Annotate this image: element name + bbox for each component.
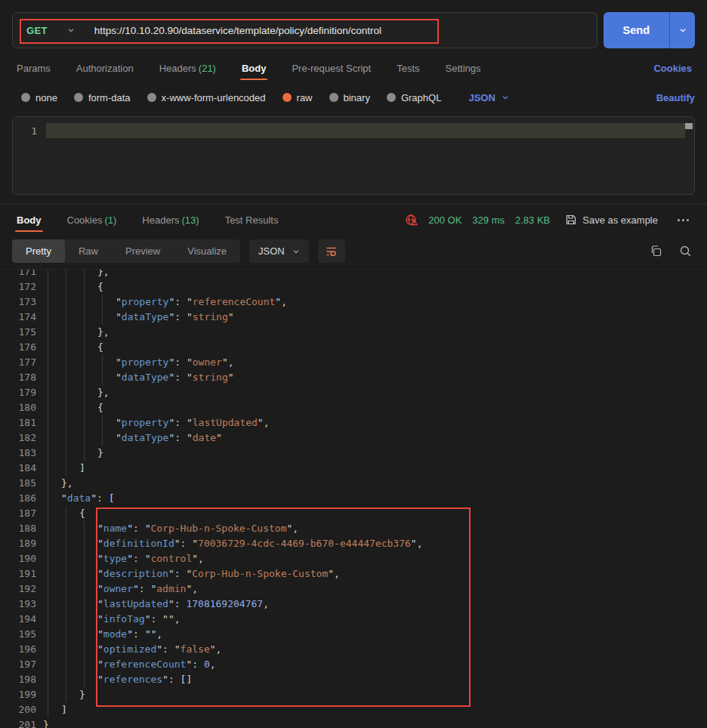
- indent-guide: [84, 430, 85, 446]
- body-type-x-www-form-urlencoded[interactable]: x-www-form-urlencoded: [147, 92, 266, 103]
- editor-line: 1: [13, 123, 694, 138]
- indent-guide: [102, 370, 103, 385]
- line-number: 195: [0, 627, 36, 642]
- cookies-link[interactable]: Cookies: [653, 63, 692, 74]
- response-view-tabs: PrettyRawPreviewVisualize: [12, 239, 240, 263]
- method-dropdown[interactable]: GET: [13, 25, 85, 36]
- indent-guide: [66, 415, 66, 430]
- send-button[interactable]: Send: [604, 12, 669, 48]
- response-size[interactable]: 2.83 KB: [515, 214, 550, 226]
- send-split-button: Send: [604, 12, 695, 48]
- code-line-184: 184]: [0, 461, 707, 476]
- indent-guide: [66, 400, 66, 415]
- request-tabs: ParamsAuthorizationHeaders(21)BodyPre-re…: [0, 51, 707, 85]
- search-response-icon[interactable]: [679, 245, 692, 258]
- indent-guide: [48, 295, 48, 310]
- response-time[interactable]: 329 ms: [472, 214, 505, 226]
- indent-guide: [48, 279, 48, 295]
- indent-guide: [48, 627, 48, 642]
- line-number: 192: [0, 581, 36, 597]
- indent-guide: [48, 325, 48, 340]
- request-body-editor[interactable]: 1: [12, 116, 695, 195]
- save-as-example-button[interactable]: Save as example: [565, 214, 658, 226]
- response-section: BodyCookies(1)Headers(13)Test Results 20…: [0, 204, 707, 728]
- indent-guide: [84, 269, 85, 279]
- radio-dot-icon: [282, 93, 292, 102]
- indent-guide: [48, 642, 48, 657]
- body-type-binary[interactable]: binary: [329, 92, 370, 103]
- response-body-viewer[interactable]: 171},172{173"property": "referenceCount"…: [0, 269, 707, 728]
- code-line-198: 198"references": []: [0, 672, 707, 687]
- chevron-down-icon: [502, 94, 509, 101]
- body-type-raw[interactable]: raw: [282, 92, 313, 103]
- tab-headers[interactable]: Headers(21): [158, 54, 218, 83]
- indent-guide: [84, 657, 85, 672]
- response-language-dropdown[interactable]: JSON: [249, 239, 309, 263]
- indent-guide: [84, 279, 85, 295]
- response-tab-body[interactable]: Body: [15, 205, 43, 235]
- code-line-172: 172{: [0, 279, 707, 295]
- code-line-194: 194"infoTag": "",: [0, 612, 707, 627]
- tab-body[interactable]: Body: [240, 54, 268, 83]
- indent-guide: [102, 295, 103, 310]
- indent-guide: [48, 657, 48, 672]
- indent-guide: [66, 279, 66, 295]
- editor-scrollbar-thumb[interactable]: [685, 123, 693, 129]
- body-type-none[interactable]: none: [21, 92, 57, 103]
- line-number: 190: [0, 551, 36, 566]
- line-number: 180: [0, 400, 36, 415]
- save-icon: [565, 214, 577, 226]
- response-tab-headers[interactable]: Headers(13): [140, 205, 200, 235]
- indent-guide: [84, 385, 85, 400]
- indent-guide: [66, 642, 66, 657]
- indent-guide: [48, 340, 48, 355]
- view-tab-pretty[interactable]: Pretty: [12, 239, 65, 263]
- indent-guide: [66, 521, 66, 536]
- ssl-error-globe-icon[interactable]: [405, 214, 418, 227]
- response-tab-test-results[interactable]: Test Results: [224, 205, 280, 235]
- response-meta: 200 OK 329 ms 2.83 KB Save as example: [405, 214, 692, 227]
- indent-guide: [48, 612, 48, 627]
- tab-params[interactable]: Params: [15, 54, 52, 83]
- url-input[interactable]: https://10.10.20.90/dataservice/template…: [85, 25, 597, 36]
- view-tab-preview[interactable]: Preview: [112, 239, 174, 263]
- line-number: 176: [0, 340, 36, 355]
- line-number: 199: [0, 687, 36, 702]
- response-status[interactable]: 200 OK: [428, 214, 462, 226]
- indent-guide: [84, 672, 85, 687]
- code-line-173: 173"property": "referenceCount",: [0, 295, 707, 310]
- line-number: 175: [0, 325, 36, 340]
- code-line-193: 193"lastUpdated": 1708169204767,: [0, 597, 707, 612]
- send-options-button[interactable]: [669, 12, 695, 48]
- more-options-icon[interactable]: [675, 216, 692, 224]
- code-line-174: 174"dataType": "string": [0, 310, 707, 325]
- indent-guide: [48, 446, 48, 461]
- indent-guide: [66, 295, 66, 310]
- indent-guide: [84, 400, 85, 415]
- tab-settings[interactable]: Settings: [444, 54, 483, 83]
- beautify-link[interactable]: Beautify: [656, 92, 695, 103]
- code-line-185: 185},: [0, 476, 707, 491]
- copy-response-icon[interactable]: [650, 245, 662, 258]
- code-line-197: 197"referenceCount": 0,: [0, 657, 707, 672]
- tab-authorization[interactable]: Authorization: [75, 54, 135, 83]
- line-number: 178: [0, 370, 36, 385]
- line-number: 191: [0, 566, 36, 581]
- indent-guide: [48, 310, 48, 325]
- indent-guide: [48, 385, 48, 400]
- view-tab-raw[interactable]: Raw: [65, 239, 112, 263]
- tab-tests[interactable]: Tests: [395, 54, 421, 83]
- response-tab-cookies[interactable]: Cookies(1): [66, 205, 119, 235]
- editor-active-line-highlight: [46, 123, 685, 138]
- body-type-graphql[interactable]: GraphQL: [387, 92, 441, 103]
- tab-pre-request-script[interactable]: Pre-request Script: [290, 54, 372, 83]
- body-type-row: noneform-datax-www-form-urlencodedrawbin…: [0, 85, 707, 110]
- body-type-form-data[interactable]: form-data: [74, 92, 131, 103]
- code-line-190: 190"type": "control",: [0, 551, 707, 566]
- indent-guide: [84, 340, 85, 355]
- wrap-line-button[interactable]: [318, 239, 345, 263]
- raw-language-dropdown[interactable]: JSON: [468, 92, 508, 103]
- line-number: 186: [0, 491, 36, 506]
- view-tab-visualize[interactable]: Visualize: [174, 239, 240, 263]
- indent-guide: [48, 566, 48, 581]
